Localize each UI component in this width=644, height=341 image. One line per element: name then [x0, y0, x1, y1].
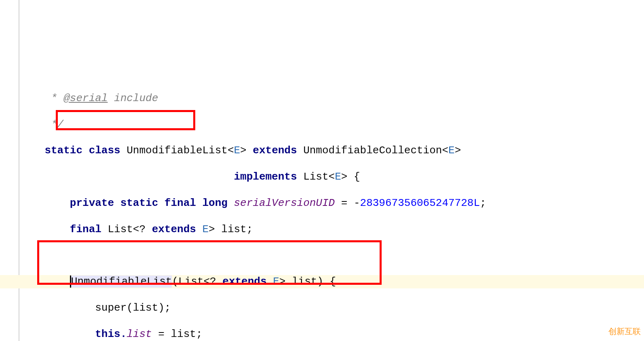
code-text: super(list);: [19, 302, 171, 314]
keyword: implements: [19, 171, 303, 183]
bracket: <: [329, 171, 335, 183]
code-line[interactable]: private static final long serialVersionU…: [0, 197, 644, 210]
watermark: 创新互联: [598, 325, 641, 338]
code-text: = list;: [152, 328, 203, 340]
indent: [19, 275, 70, 288]
semicolon: ;: [480, 197, 486, 209]
bracket: > {: [341, 171, 360, 183]
code-line[interactable]: [0, 249, 644, 262]
param: (List<?: [172, 275, 222, 288]
keyword: private static final long: [19, 197, 234, 209]
keyword: static class: [19, 144, 127, 157]
code-line-highlighted[interactable]: UnmodifiableList(List<? extends E> list)…: [0, 275, 644, 288]
code-line[interactable]: static class UnmodifiableList<E> extends…: [0, 144, 644, 157]
generic: E: [448, 144, 455, 157]
bracket: <: [228, 144, 234, 157]
field-name: serialVersionUID: [234, 197, 335, 209]
bracket: >: [455, 144, 461, 157]
keyword: extends: [253, 144, 303, 157]
generic: E: [234, 144, 241, 157]
keyword: this.: [19, 328, 127, 340]
code-editor[interactable]: * @serial include */ static class Unmodi…: [0, 78, 644, 341]
generic: E: [273, 275, 279, 288]
star-icon: [598, 327, 606, 335]
keyword: extends: [152, 223, 203, 235]
field-name: list: [127, 328, 152, 340]
number-literal: 283967356065247728L: [360, 197, 480, 209]
constructor-name: UnmodifiableList: [71, 275, 172, 288]
keyword: final: [19, 223, 108, 235]
generic: E: [202, 223, 209, 235]
bracket: >: [240, 144, 253, 157]
code-line[interactable]: final List<? extends E> list;: [0, 223, 644, 236]
code-line[interactable]: super(list);: [0, 301, 644, 314]
code-line[interactable]: this.list = list;: [0, 328, 644, 341]
class-name: List: [303, 171, 328, 183]
field-decl: > list;: [209, 223, 253, 235]
watermark-text: 创新互联: [608, 325, 641, 338]
param: > list) {: [279, 275, 336, 288]
code-line[interactable]: implements List<E> {: [0, 170, 644, 183]
class-name: UnmodifiableCollection: [303, 144, 442, 157]
type: List<?: [108, 223, 152, 235]
generic: E: [335, 171, 341, 183]
comment-text: * @serial include: [19, 92, 158, 104]
class-name: UnmodifiableList: [127, 144, 228, 157]
code-line[interactable]: * @serial include: [0, 92, 644, 105]
code-line[interactable]: */: [0, 118, 644, 131]
keyword: extends: [222, 275, 273, 288]
bracket: <: [442, 144, 448, 157]
op: = -: [335, 197, 360, 209]
comment-text: */: [19, 119, 63, 131]
